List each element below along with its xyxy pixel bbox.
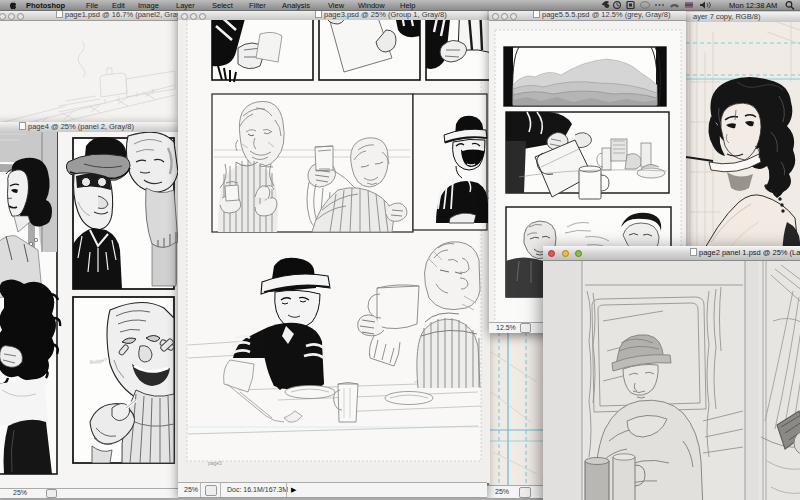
svg-text:page3: page3 <box>208 460 222 466</box>
